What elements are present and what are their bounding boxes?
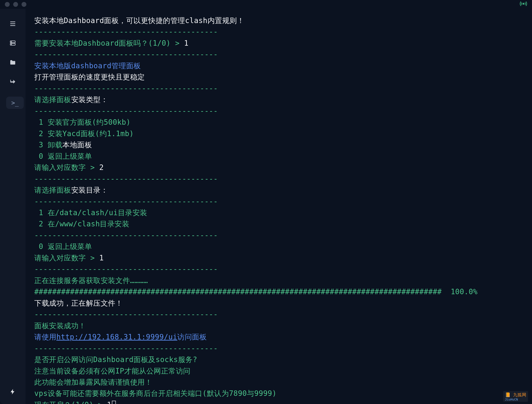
close-icon[interactable]: [5, 2, 10, 7]
maximize-icon[interactable]: [21, 2, 26, 7]
window-controls[interactable]: [5, 2, 26, 7]
text-line: 是否开启公网访问Dashboard面板及socks服务?: [34, 355, 197, 364]
cursor: [112, 401, 116, 404]
menu-option: 2 在/www/clash目录安装: [34, 220, 129, 228]
status-line: 正在连接服务器获取安装文件…………: [34, 276, 148, 285]
separator: ----------------------------------------…: [34, 27, 218, 36]
minimize-icon[interactable]: [13, 2, 18, 7]
terminal-output[interactable]: 安装本地Dashboard面板，可以更快捷的管理clash内置规则！ -----…: [26, 9, 532, 404]
separator: ----------------------------------------…: [34, 84, 218, 93]
svg-point-7: [11, 44, 12, 44]
menu-option: 3 卸载: [34, 140, 62, 149]
text-line: 访问面板: [177, 333, 207, 341]
prompt: 现在开启？(1/0) >: [34, 400, 107, 404]
watermark: 📙 九狐网 JiuHuCN: [503, 391, 528, 402]
watermark-sub: JiuHuCN: [505, 398, 526, 401]
separator: ----------------------------------------…: [34, 197, 218, 206]
server-icon[interactable]: [8, 39, 17, 47]
svg-point-0: [523, 3, 524, 4]
text-line: 安装本地Dashboard面板，可以更快捷的管理clash内置规则！: [34, 16, 244, 25]
user-input: 1: [184, 39, 188, 47]
separator: ----------------------------------------…: [34, 175, 218, 183]
separator: ----------------------------------------…: [34, 107, 218, 115]
prompt: 请输入对应数字 >: [34, 163, 99, 172]
heading: 安装本地版dashboard管理面板: [34, 62, 141, 70]
user-input: 2: [99, 163, 104, 172]
text-line: 安装类型：: [71, 95, 108, 104]
status-line: 面板安装成功！: [34, 322, 86, 330]
terminal-tab[interactable]: >_: [0, 97, 26, 109]
menu-option: 0 返回上级菜单: [34, 152, 92, 160]
sidebar: >_: [0, 9, 26, 404]
menu-option: 1 在/data/clash/ui目录安装: [34, 208, 147, 217]
text-line: 安装目录：: [71, 186, 108, 194]
text-line: vps设备可能还需要额外在服务商后台开启相关端口(默认为7890与9999): [34, 389, 277, 398]
bolt-icon[interactable]: [8, 387, 17, 396]
text-line: 此功能会增加暴露风险请谨慎使用！: [34, 378, 152, 386]
watermark-text: 📙 九狐网: [505, 392, 526, 398]
separator: ----------------------------------------…: [34, 310, 218, 319]
folder-icon[interactable]: [8, 58, 17, 67]
titlebar: [0, 0, 532, 9]
text-line: 本地面板: [62, 140, 92, 149]
prompt-label: 请选择面板: [34, 95, 71, 104]
menu-option: 2 安装Yacd面板(约1.1mb): [34, 129, 134, 138]
text-line: 注意当前设备必须有公网IP才能从公网正常访问: [34, 367, 191, 375]
forward-icon[interactable]: [8, 77, 17, 86]
terminal-icon: >_: [6, 97, 24, 109]
status-line: 下载成功，正在解压文件！: [34, 299, 123, 307]
separator: ----------------------------------------…: [34, 344, 218, 353]
text-line: 请使用: [34, 333, 57, 341]
text-line: 打开管理面板的速度更快且更稳定: [34, 73, 145, 81]
separator: ----------------------------------------…: [34, 231, 218, 240]
user-input: 1: [107, 400, 111, 404]
separator: ----------------------------------------…: [34, 50, 218, 59]
svg-point-6: [11, 42, 12, 42]
separator: ----------------------------------------…: [34, 265, 218, 273]
dashboard-url-link[interactable]: http://192.168.31.1:9999/ui: [57, 333, 177, 341]
menu-option: 0 返回上级菜单: [34, 242, 92, 251]
prompt: 请输入对应数字 >: [34, 254, 99, 262]
broadcast-icon[interactable]: [520, 0, 527, 9]
prompt-label: 请选择面板: [34, 186, 71, 194]
prompt: 需要安装本地Dashboard面板吗？(1/0) >: [34, 39, 184, 47]
user-input: 1: [99, 254, 104, 262]
menu-icon[interactable]: [8, 19, 17, 28]
menu-option: 1 安装官方面板(约500kb): [34, 118, 130, 126]
progress-bar: ########################################…: [34, 287, 478, 296]
